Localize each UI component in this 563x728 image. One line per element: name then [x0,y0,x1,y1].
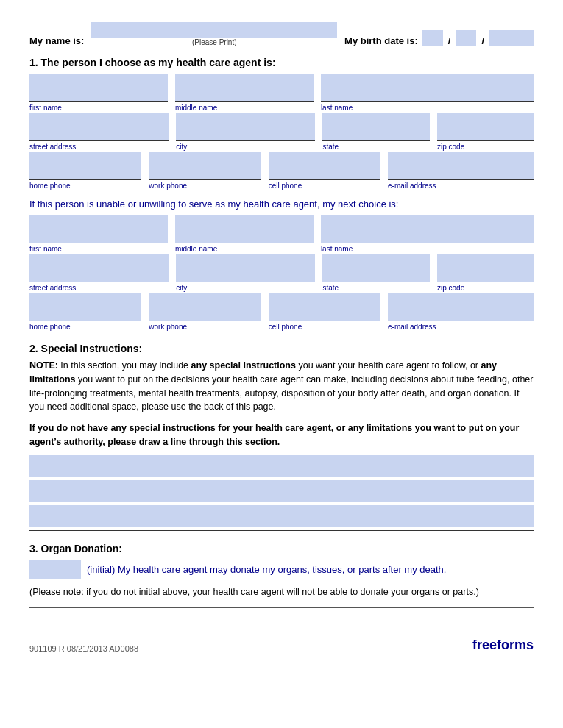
dob-yy-input[interactable] [489,30,534,46]
p1-zip-wrap: zip code [437,113,534,151]
p1-email-wrap: e-mail address [388,152,534,190]
p2-email-label: e-mail address [388,323,534,331]
p1-cellphone-input[interactable] [269,152,380,180]
section1-title: 1. The person I choose as my health care… [29,57,534,68]
p1-cellphone-wrap: cell phone [269,152,380,190]
p1-city-wrap: city [176,113,315,151]
p2-lastname-input[interactable] [321,215,534,243]
footer: 901109 R 08/21/2013 AD0088 freeforms [29,630,534,653]
special-instructions-line1[interactable] [29,455,534,477]
p1-firstname-label: first name [29,104,168,112]
p1-city-label: city [176,143,315,151]
p2-street-wrap: street address [29,254,169,292]
organ-note: (Please note: if you do not initial abov… [29,585,534,599]
p1-lastname-wrap: last name [321,74,534,112]
p1-middlename-input[interactable] [175,74,314,102]
p1-state-label: state [322,143,430,151]
section2-title: 2. Special Instructions: [29,343,534,354]
please-print: (Please Print) [192,38,237,46]
p2-street-label: street address [29,284,169,292]
birth-wrap: My birth date is: / / [344,30,534,46]
p2-state-label: state [322,284,430,292]
dob-mm-input[interactable] [422,30,443,46]
p2-state-wrap: state [322,254,430,292]
p2-cellphone-wrap: cell phone [269,293,380,331]
p1-street-label: street address [29,143,169,151]
brand-forms: forms [497,638,534,652]
p2-workphone-wrap: work phone [149,293,261,331]
p2-row3: home phone work phone cell phone e-mail … [29,293,534,331]
p2-zip-input[interactable] [437,254,534,282]
name-input[interactable] [91,22,337,38]
name-label: My name is: [29,35,84,46]
footer-brand: freeforms [472,638,534,653]
dob-dd-input[interactable] [456,30,476,46]
footer-left-text: 901109 R 08/21/2013 AD0088 [29,644,138,653]
p2-cellphone-input[interactable] [269,293,380,321]
p2-workphone-label: work phone [149,323,261,331]
footer-divider [29,607,534,608]
section3-title: 3. Organ Donation: [29,543,534,554]
p2-zip-wrap: zip code [437,254,534,292]
p2-street-input[interactable] [29,254,169,282]
p2-middlename-wrap: middle name [175,215,314,253]
p1-zip-label: zip code [437,143,534,151]
header-row: My name is: (Please Print) My birth date… [29,22,534,46]
section2-limitation: If you do not have any special instructi… [29,421,534,449]
p2-lastname-wrap: last name [321,215,534,253]
p1-zip-input[interactable] [437,113,534,141]
brand-free: free [472,638,497,652]
p1-cellphone-label: cell phone [269,182,380,190]
p1-state-input[interactable] [322,113,430,141]
p2-state-input[interactable] [322,254,430,282]
p1-workphone-label: work phone [149,182,261,190]
organ-row: (initial) My health care agent may donat… [29,560,534,579]
next-choice-note: If this person is unable or unwilling to… [29,199,534,210]
slash1: / [448,35,451,46]
p1-street-input[interactable] [29,113,169,141]
p2-city-label: city [176,284,315,292]
p1-workphone-wrap: work phone [149,152,261,190]
p1-homephone-input[interactable] [29,152,141,180]
p1-homephone-label: home phone [29,182,141,190]
p1-firstname-wrap: first name [29,74,168,112]
p2-lastname-label: last name [321,245,534,253]
p2-homephone-wrap: home phone [29,293,141,331]
p2-middlename-input[interactable] [175,215,314,243]
p2-workphone-input[interactable] [149,293,261,321]
slash2: / [481,35,484,46]
special-instructions-line2[interactable] [29,480,534,502]
p2-email-wrap: e-mail address [388,293,534,331]
special-instructions-line3[interactable] [29,505,534,527]
p2-firstname-wrap: first name [29,215,168,253]
section2-note: NOTE: In this section, you may include a… [29,359,534,414]
p2-row2: street address city state zip code [29,254,534,292]
p1-row3: home phone work phone cell phone e-mail … [29,152,534,190]
p2-city-wrap: city [176,254,315,292]
p1-lastname-label: last name [321,104,534,112]
organ-initial-input[interactable] [29,560,81,579]
p1-email-input[interactable] [388,152,534,180]
special-instructions-area [29,455,534,531]
p1-homephone-wrap: home phone [29,152,141,190]
p1-row2: street address city state zip code [29,113,534,151]
p1-email-label: e-mail address [388,182,534,190]
birth-label: My birth date is: [344,35,418,46]
p1-firstname-input[interactable] [29,74,168,102]
p1-city-input[interactable] [176,113,315,141]
p1-lastname-input[interactable] [321,74,534,102]
p1-street-wrap: street address [29,113,169,151]
p2-city-input[interactable] [176,254,315,282]
p1-row1: first name middle name last name [29,74,534,112]
p2-email-input[interactable] [388,293,534,321]
p2-row1: first name middle name last name [29,215,534,253]
organ-text: (initial) My health care agent may donat… [87,564,446,575]
p2-cellphone-label: cell phone [269,323,380,331]
p2-homephone-label: home phone [29,323,141,331]
p2-middlename-label: middle name [175,245,314,253]
p1-middlename-label: middle name [175,104,314,112]
p2-firstname-input[interactable] [29,215,168,243]
p1-workphone-input[interactable] [149,152,261,180]
p2-zip-label: zip code [437,284,534,292]
p2-homephone-input[interactable] [29,293,141,321]
